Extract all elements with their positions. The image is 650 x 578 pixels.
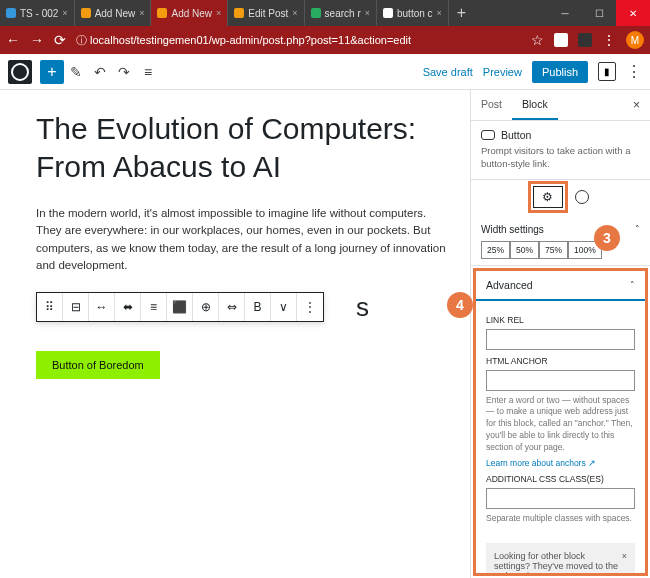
add-block-button[interactable]: + <box>40 60 64 84</box>
close-icon[interactable]: × <box>139 8 144 18</box>
extension-icon[interactable] <box>578 33 592 47</box>
favicon <box>6 8 16 18</box>
button-block-icon <box>481 130 495 140</box>
tab-6[interactable]: button c× <box>377 0 449 26</box>
css-help-text: Separate multiple classes with spaces. <box>486 513 635 525</box>
edit-tool[interactable]: ✎ <box>64 60 88 84</box>
heading-block[interactable]: ⠿ ⊟ ↔ ⬌ ≡ ⬛ ⊕ ⇔ B ∨ ⋮ s <box>36 292 446 323</box>
fill-icon[interactable]: ⬛ <box>167 293 193 321</box>
redo-button[interactable]: ↷ <box>112 60 136 84</box>
width-25[interactable]: 25% <box>481 241 510 259</box>
tab-post[interactable]: Post <box>471 90 512 120</box>
heading-text-fragment: s <box>356 292 369 322</box>
bold-icon[interactable]: B <box>245 293 271 321</box>
anchor-help-text: Enter a word or two — without spaces — t… <box>486 395 635 454</box>
minimize-button[interactable]: ─ <box>548 0 582 26</box>
close-icon[interactable]: × <box>216 8 221 18</box>
favicon <box>234 8 244 18</box>
favicon <box>81 8 91 18</box>
menu-icon[interactable]: ⋮ <box>602 32 616 48</box>
chevron-down-icon[interactable]: ∨ <box>271 293 297 321</box>
annotation-callout-4: 4 <box>447 292 473 318</box>
extension-icon[interactable] <box>554 33 568 47</box>
link-icon[interactable]: ⇔ <box>219 293 245 321</box>
styles-tab-button[interactable]: ⚙ <box>533 186 563 208</box>
close-icon[interactable]: × <box>365 8 370 18</box>
advanced-panel: Advanced˄ LINK REL HTML ANCHOR Enter a w… <box>473 268 648 576</box>
address-bar[interactable]: ⓘ localhost/testingemen01/wp-admin/post.… <box>76 33 521 48</box>
undo-button[interactable]: ↶ <box>88 60 112 84</box>
forward-button[interactable]: → <box>30 32 44 48</box>
tab-3-active[interactable]: Add New× <box>151 0 228 26</box>
drag-handle-icon[interactable]: ⠿ <box>37 293 63 321</box>
html-anchor-input[interactable] <box>486 370 635 391</box>
justify-icon[interactable]: ≡ <box>141 293 167 321</box>
editor-canvas[interactable]: The Evolution of Computers: From Abacus … <box>0 54 470 578</box>
align-icon[interactable]: ⬌ <box>115 293 141 321</box>
close-icon[interactable]: × <box>62 8 67 18</box>
close-icon[interactable]: × <box>292 8 297 18</box>
tab-4[interactable]: Edit Post× <box>228 0 304 26</box>
block-description: Prompt visitors to take action with a bu… <box>481 144 640 171</box>
settings-panel-toggle[interactable]: ▮ <box>598 62 616 81</box>
css-classes-input[interactable] <box>486 488 635 509</box>
favicon <box>157 8 167 18</box>
post-title[interactable]: The Evolution of Computers: From Abacus … <box>36 110 446 185</box>
tab-block[interactable]: Block <box>512 90 558 120</box>
save-draft-button[interactable]: Save draft <box>423 66 473 78</box>
advanced-title[interactable]: Advanced <box>486 279 533 291</box>
publish-button[interactable]: Publish <box>532 61 588 83</box>
block-toolbar: ⠿ ⊟ ↔ ⬌ ≡ ⬛ ⊕ ⇔ B ∨ ⋮ <box>36 292 324 322</box>
tab-2[interactable]: Add New× <box>75 0 152 26</box>
more-menu[interactable]: ⋮ <box>626 62 642 81</box>
settings-sidebar: Post Block × Button Prompt visitors to t… <box>470 90 650 578</box>
width-50[interactable]: 50% <box>510 241 539 259</box>
width-settings-title[interactable]: Width settings <box>481 224 544 235</box>
learn-more-link[interactable]: Learn more about anchors ↗ <box>486 458 596 468</box>
gear-icon: ⚙ <box>542 190 553 204</box>
html-anchor-label: HTML ANCHOR <box>486 356 635 366</box>
outline-button[interactable]: ≡ <box>136 60 160 84</box>
paragraph-block[interactable]: In the modern world, it's almost impossi… <box>36 205 446 274</box>
wp-logo[interactable] <box>8 60 32 84</box>
move-icon[interactable]: ↔ <box>89 293 115 321</box>
back-button[interactable]: ← <box>6 32 20 48</box>
star-icon[interactable]: ☆ <box>531 32 544 48</box>
favicon <box>311 8 321 18</box>
profile-avatar[interactable]: M <box>626 31 644 49</box>
link-rel-input[interactable] <box>486 329 635 350</box>
block-type-icon[interactable]: ⊟ <box>63 293 89 321</box>
maximize-button[interactable]: ☐ <box>582 0 616 26</box>
new-tab-button[interactable]: + <box>449 0 474 26</box>
block-name: Button <box>501 129 531 141</box>
width-75[interactable]: 75% <box>539 241 568 259</box>
chevron-up-icon[interactable]: ˄ <box>635 224 640 234</box>
style-outline[interactable] <box>575 190 589 204</box>
favicon <box>383 8 393 18</box>
chevron-up-icon[interactable]: ˄ <box>630 280 635 290</box>
add-icon[interactable]: ⊕ <box>193 293 219 321</box>
styles-moved-notice: Looking for other block settings? They'v… <box>486 543 635 576</box>
browser-tabs: TS - 002× Add New× Add New× Edit Post× s… <box>0 0 548 26</box>
link-rel-label: LINK REL <box>486 315 635 325</box>
annotation-callout-3: 3 <box>594 225 620 251</box>
tab-1[interactable]: TS - 002× <box>0 0 75 26</box>
close-sidebar-button[interactable]: × <box>623 90 650 120</box>
button-block[interactable]: Button of Boredom <box>36 351 160 379</box>
tab-5[interactable]: search r× <box>305 0 377 26</box>
dismiss-notice[interactable]: × <box>622 551 627 561</box>
close-window-button[interactable]: ✕ <box>616 0 650 26</box>
close-icon[interactable]: × <box>437 8 442 18</box>
reload-button[interactable]: ⟳ <box>54 32 66 48</box>
more-icon[interactable]: ⋮ <box>297 293 323 321</box>
preview-button[interactable]: Preview <box>483 66 522 78</box>
css-classes-label: ADDITIONAL CSS CLASS(ES) <box>486 474 635 484</box>
